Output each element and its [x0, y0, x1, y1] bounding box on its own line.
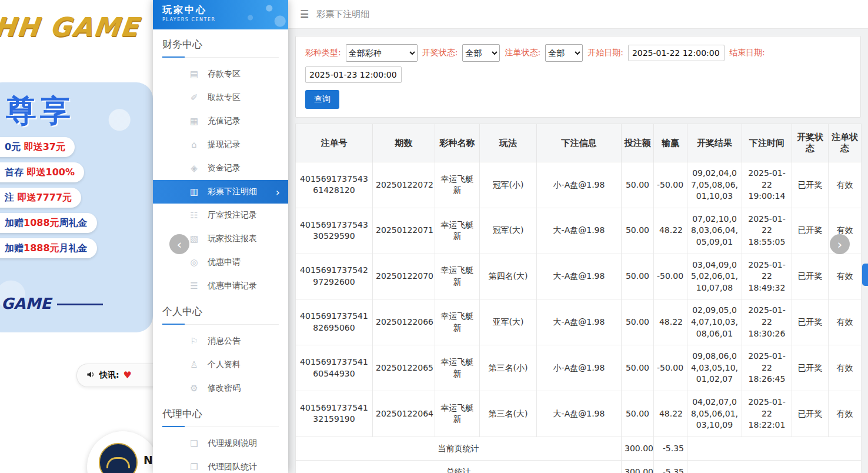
- bet-status-label: 注单状态:: [505, 48, 540, 58]
- table-cell: 401569173754330529590: [296, 208, 373, 254]
- sidebar-item-agent-rules[interactable]: ❏代理规则说明: [153, 432, 288, 455]
- table-cell: 401569173754132159190: [296, 391, 373, 437]
- sidebar-item-recharge-record[interactable]: ▦充值记录: [153, 109, 288, 133]
- promo-banner: 尊享 0元 即送37元首存 即送100%注 即送7777元加赠1088元周礼金加…: [0, 82, 153, 332]
- sidebar-item-promo-apply-record[interactable]: ☰优惠申请记录: [153, 274, 288, 298]
- column-header: 输赢: [654, 124, 687, 162]
- table-cell: 02,09,05,04,07,10,03,08,06,01: [687, 299, 742, 345]
- hamburger-menu-icon[interactable]: ☰: [300, 8, 309, 20]
- column-header: 注单号: [296, 124, 373, 162]
- column-header: 投注额: [622, 124, 654, 162]
- promo-pill: 0元 即送37元: [0, 137, 75, 157]
- sidebar-item-withdraw[interactable]: ✐取款专区: [153, 86, 288, 109]
- end-date-input[interactable]: [305, 66, 402, 83]
- promo-footer-logo: GAME: [1, 295, 103, 312]
- sidebar-item-agent-team-stats[interactable]: ❐代理团队统计: [153, 455, 288, 473]
- start-date-input[interactable]: [628, 45, 725, 61]
- table-cell: 有效: [829, 299, 862, 345]
- lottery-type-select[interactable]: 全部彩种: [346, 44, 418, 62]
- page-summary-label: 当前页统计: [296, 437, 622, 461]
- sidebar-item-deposit[interactable]: ▤存款专区: [153, 62, 288, 86]
- bet-status-select[interactable]: 全部: [545, 44, 583, 62]
- promo-apply-icon: ◎: [189, 257, 199, 268]
- sidebar-item-label: 资金记录: [208, 163, 241, 174]
- table-cell: -50.00: [654, 162, 687, 208]
- table-cell: 07,02,10,08,03,06,04,05,09,01: [687, 208, 742, 254]
- table-cell: 幸运飞艇新: [435, 299, 480, 345]
- table-cell: 有效: [829, 391, 862, 437]
- page-title: 彩票下注明细: [316, 9, 369, 20]
- table-cell: 已开奖: [792, 391, 829, 437]
- promo-footer-text: GAME: [1, 295, 51, 312]
- sidebar-item-announcements[interactable]: ⚐消息公告: [153, 329, 288, 353]
- sidebar-item-label: 彩票下注明细: [208, 186, 257, 197]
- table-cell: 大-A盘@1.98: [537, 208, 622, 254]
- bet-table-card: 注单号期数彩种名称玩法下注信息投注额输赢开奖结果下注时间开奖状态注单状态 401…: [295, 124, 861, 473]
- table-cell: 401569173754297292600: [296, 254, 373, 299]
- sidebar-item-promo-apply[interactable]: ◎优惠申请: [153, 251, 288, 274]
- sidebar-item-lottery-bet-details[interactable]: ▥彩票下注明细›: [153, 180, 288, 204]
- heart-icon: ♥: [123, 371, 132, 380]
- table-cell: 50.00: [622, 299, 654, 345]
- table-cell: 大-A盘@1.98: [537, 299, 622, 345]
- column-header: 期数: [373, 124, 435, 162]
- table-cell: 2025-01-22 19:00:14: [742, 162, 792, 208]
- sidebar-item-label: 修改密码: [208, 383, 241, 394]
- team-logo-card: NE: [87, 431, 153, 473]
- sidebar-title: 玩家中心: [162, 4, 288, 16]
- carousel-next-button[interactable]: ›: [830, 234, 850, 254]
- table-cell: 幸运飞艇新: [435, 254, 480, 299]
- chevron-right-icon: ›: [276, 186, 280, 198]
- table-cell: 冠军(小): [480, 162, 537, 208]
- table-cell: 有效: [829, 345, 862, 391]
- table-cell: 50.00: [622, 254, 654, 299]
- table-cell: 已开奖: [792, 345, 829, 391]
- lottery-bet-details-icon: ▥: [189, 186, 199, 197]
- sidebar-item-funds-record[interactable]: ◈资金记录: [153, 156, 288, 180]
- table-row: 40156917375416054493020250122065幸运飞艇新第三名…: [296, 345, 862, 391]
- sidebar-item-withdrawal-record[interactable]: ⌂提现记录: [153, 133, 288, 156]
- player-bet-report-icon: ▧: [189, 234, 199, 244]
- table-cell: 09,08,06,04,03,05,10,01,02,07: [687, 345, 742, 391]
- background-page: HH GAME 尊享 0元 即送37元首存 即送100%注 即送7777元加赠1…: [0, 0, 153, 473]
- table-cell: 幸运飞艇新: [435, 208, 480, 254]
- sidebar-item-hall-bet-record[interactable]: ☷厅室投注记录: [153, 204, 288, 227]
- table-cell: 48.22: [654, 208, 687, 254]
- sidebar-item-label: 个人资料: [208, 359, 241, 370]
- table-cell: 50.00: [622, 162, 654, 208]
- carousel-prev-button[interactable]: ‹: [169, 234, 189, 254]
- sidebar-item-profile[interactable]: ♙个人资料: [153, 353, 288, 377]
- page-summary-row: 当前页统计 300.00 -5.35: [296, 437, 862, 461]
- deposit-icon: ▤: [189, 69, 199, 79]
- table-row: 40156917375433052959020250122071幸运飞艇新冠军(…: [296, 208, 862, 254]
- announcement-icon: ⚐: [189, 336, 199, 347]
- dash-decoration: [57, 304, 103, 305]
- draw-status-select[interactable]: 全部: [462, 44, 500, 62]
- table-cell: 已开奖: [792, 254, 829, 299]
- page-summary-bet: 300.00: [622, 437, 654, 461]
- column-header: 开奖结果: [687, 124, 742, 162]
- recharge-record-icon: ▦: [189, 116, 199, 126]
- draw-status-label: 开奖状态:: [422, 48, 458, 58]
- total-summary-winloss: -5.35: [654, 461, 687, 473]
- table-cell: 已开奖: [792, 162, 829, 208]
- agent-team-stats-icon: ❐: [189, 462, 199, 472]
- total-summary-row: 总统计 300.00 -5.35: [296, 461, 862, 473]
- page-summary-winloss: -5.35: [654, 437, 687, 461]
- table-row: 40156917375436142812020250122072幸运飞艇新冠军(…: [296, 162, 862, 208]
- table-cell: 幸运飞艇新: [435, 391, 480, 437]
- app-window: HH GAME 尊享 0元 即送37元首存 即送100%注 即送7777元加赠1…: [0, 0, 868, 473]
- news-ticker: 快讯: ♥: [76, 364, 153, 387]
- sidebar-item-label: 代理规则说明: [208, 438, 257, 449]
- speaker-icon: [86, 370, 95, 381]
- query-button[interactable]: 查询: [305, 90, 339, 109]
- table-cell: 401569173754361428120: [296, 162, 373, 208]
- table-cell: 20250122071: [373, 208, 435, 254]
- filter-row: 彩种类型: 全部彩种 开奖状态: 全部 注单状态: 全部 开始日期: 结束日期:: [305, 44, 851, 83]
- table-cell: 已开奖: [792, 299, 829, 345]
- side-service-tab[interactable]: [862, 264, 868, 286]
- table-cell: 有效: [829, 254, 862, 299]
- sidebar-item-change-password[interactable]: ⚙修改密码: [153, 377, 288, 400]
- hall-bet-record-icon: ☷: [189, 210, 199, 221]
- promo-pill: 加赠1088元周礼金: [0, 213, 97, 233]
